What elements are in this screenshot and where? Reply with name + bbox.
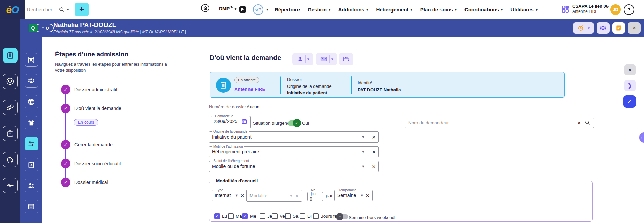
type-field[interactable]: Type Internat ▼ ×	[212, 188, 247, 201]
tlsi-caret-icon[interactable]: ▾	[266, 7, 268, 12]
step-d-ou-vient-la-demande[interactable]: D'où vient la demande	[74, 106, 121, 111]
dropdown-caret-icon[interactable]: ▼	[361, 150, 365, 154]
tlsi-logo[interactable]: TLSI	[253, 4, 263, 15]
clear-icon[interactable]: ×	[372, 163, 376, 170]
motif-admission-field[interactable]: Motif de l'admission Hébergement précair…	[209, 145, 379, 157]
clear-icon[interactable]: ×	[240, 192, 244, 199]
panel-close-button[interactable]: ×	[624, 64, 636, 75]
sidebar-item-transferarrows[interactable]	[25, 137, 38, 150]
dropdown-caret-icon[interactable]: ▼	[361, 135, 365, 139]
user-avatar[interactable]: JD	[610, 4, 621, 15]
calendar-icon[interactable]	[241, 118, 247, 124]
person-caret-icon[interactable]: ▾	[307, 57, 309, 61]
sidebar-item-clipboardarrow[interactable]	[25, 158, 38, 171]
menu-item-hebergement[interactable]: Hébergement▾	[376, 7, 412, 13]
dropdown-caret-icon[interactable]: ▼	[235, 193, 238, 197]
search-icon[interactable]	[585, 120, 590, 126]
step-check-icon[interactable]: ✓	[61, 159, 70, 168]
sidebar-item-idcard[interactable]	[25, 53, 38, 67]
dmp-menu[interactable]: DMP✎ ▾	[219, 6, 236, 11]
step-check-icon[interactable]: ✓	[61, 178, 70, 187]
step-dossier-administratif[interactable]: Dossier administratif	[74, 87, 117, 92]
day-checkbox-di[interactable]: Di	[300, 213, 312, 219]
modalite-field[interactable]: Modalité ▼ ×	[246, 190, 302, 202]
sidebar-item-pulse[interactable]	[3, 178, 18, 193]
sidebar-item-clipboard[interactable]	[3, 48, 18, 63]
search-icon[interactable]	[59, 7, 65, 13]
step-dossier-medical[interactable]: Dossier médical	[74, 180, 108, 185]
menu-item-addictions[interactable]: Addictions▾	[338, 7, 368, 13]
day-checkbox-je[interactable]: Je	[260, 213, 272, 219]
search-caret-icon[interactable]: ▾	[67, 7, 69, 12]
demande-le-field[interactable]: Demande le 23/09/2025	[211, 114, 251, 128]
sidebar-item-walletcard[interactable]	[25, 200, 38, 213]
demande-le-value[interactable]: 23/09/2025	[214, 119, 237, 124]
sidebar-item-headbrain[interactable]	[3, 152, 18, 167]
antenne-link[interactable]: Antenne FIRE	[234, 86, 265, 92]
clear-icon[interactable]: ×	[366, 192, 369, 199]
patient-name[interactable]: Nathalia PAT-DOUZE	[53, 21, 116, 29]
sidebar-item-bandage[interactable]	[3, 100, 18, 115]
origine-demande-value[interactable]: Initiative du patient	[212, 134, 252, 140]
step-check-icon[interactable]: ✓	[61, 140, 70, 149]
day-checkbox-lu[interactable]: ✓ Lu	[214, 213, 227, 219]
org-info[interactable]: CSAPA Le lien 06 Antenne FIRE	[572, 4, 609, 14]
nb-jour-field[interactable]: Nb jour 0	[307, 188, 323, 201]
add-button[interactable]: +	[75, 3, 89, 16]
alarm-caret-icon[interactable]: ▾	[588, 26, 590, 30]
day-checkbox-sa[interactable]: Sa	[285, 213, 299, 219]
dropdown-caret-icon[interactable]: ▼	[289, 194, 293, 198]
dropdown-caret-icon[interactable]: ▼	[360, 193, 364, 197]
assign-person-button[interactable]: ▾	[292, 53, 313, 65]
app-logo[interactable]: éO	[0, 0, 25, 19]
close-patient-button[interactable]: ×	[628, 22, 641, 34]
step-check-icon[interactable]: ✓	[61, 104, 70, 113]
day-checkbox-ma[interactable]: Ma	[228, 213, 242, 219]
care-team-button[interactable]	[597, 22, 610, 34]
dropdown-caret-icon[interactable]: ▼	[361, 164, 365, 168]
notes-button[interactable]	[612, 22, 625, 34]
card-reader-icon[interactable]	[239, 5, 248, 14]
motif-admission-value[interactable]: Hébergement précaire	[212, 149, 259, 154]
menu-item-repertoire[interactable]: Répertoire	[275, 7, 300, 13]
clear-icon[interactable]: ×	[577, 120, 581, 126]
mail-caret-icon[interactable]: ▾	[331, 57, 333, 61]
menu-item-plan-de-soins[interactable]: Plan de soins▾	[420, 7, 457, 13]
sidebar-item-medicalbag[interactable]	[3, 126, 18, 141]
menu-item-utilitaires[interactable]: Utilitaires▾	[510, 7, 538, 13]
ins-status-badge[interactable]: Q	[29, 24, 38, 32]
panel-confirm-button[interactable]: ✓	[623, 95, 636, 108]
panel-next-button[interactable]: ❯	[624, 80, 636, 91]
help-button[interactable]: ?	[624, 4, 634, 15]
step-check-icon[interactable]: ✓	[61, 85, 70, 94]
step-dossier-socio-educatif[interactable]: Dossier socio-éducatif	[74, 161, 121, 166]
temporalite-value[interactable]: Semaine	[337, 193, 356, 198]
clear-icon[interactable]: ×	[372, 134, 376, 140]
day-checkbox-ve[interactable]: Ve	[272, 213, 285, 219]
sex-badge[interactable]: ♀ U	[35, 24, 54, 32]
mail-button[interactable]: ▾	[316, 53, 337, 65]
day-checkbox-me[interactable]: ✓ Me	[242, 213, 256, 219]
statut-hebergement-value[interactable]: Mobile ou de fortune	[212, 164, 255, 169]
origine-demande-field[interactable]: Origine de la demande Initiative du pati…	[209, 130, 379, 143]
weekend-toggle[interactable]: −	[337, 214, 348, 219]
nb-jour-value[interactable]: 0	[310, 196, 312, 202]
folder-button[interactable]	[339, 53, 353, 65]
home-icon[interactable]	[201, 4, 212, 15]
sidebar-item-twopeople[interactable]	[25, 179, 38, 192]
nom-demandeur-input[interactable]	[408, 120, 574, 125]
menu-item-gestion[interactable]: Gestion▾	[308, 7, 330, 13]
statut-hebergement-field[interactable]: Statut de l'hébergement Mobile ou de for…	[209, 159, 379, 172]
search-input[interactable]	[27, 7, 57, 13]
step-gerer-la-demande[interactable]: Gérer la demande	[74, 142, 113, 147]
sidebar-item-tshirtplus[interactable]	[25, 116, 38, 129]
type-value[interactable]: Internat	[215, 193, 231, 198]
org-squares-icon[interactable]	[561, 5, 570, 14]
clear-icon[interactable]: ×	[372, 149, 376, 155]
alarm-button[interactable]: ▾	[573, 22, 594, 34]
sidebar-item-heartcare[interactable]	[3, 74, 18, 89]
sidebar-item-peoplegroup[interactable]	[25, 74, 38, 88]
temporalite-field[interactable]: Temporalité Semaine ▼ ×	[334, 188, 373, 201]
sidebar-item-globe[interactable]	[25, 95, 38, 108]
clear-icon[interactable]: ×	[295, 193, 299, 199]
